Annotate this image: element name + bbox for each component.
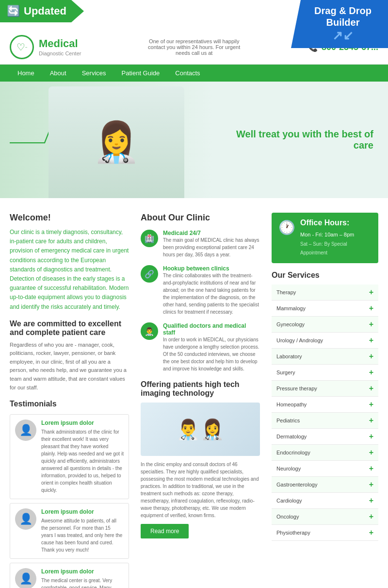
logo-text: Medical Diagnostic Center: [39, 37, 81, 57]
service-name: Pediatrics: [276, 418, 300, 423]
service-expand-icon: +: [369, 496, 373, 505]
welcome-intro: Our clinic is a timely diagnosis, consul…: [10, 228, 129, 312]
hero-tagline: Well treat you with the best of care: [218, 129, 373, 151]
service-item[interactable]: Dermatology+: [272, 429, 378, 445]
nav-about[interactable]: About: [42, 65, 74, 82]
service-item[interactable]: Homeopathy+: [272, 397, 378, 413]
service-name: Gastroenterology: [276, 482, 317, 487]
sync-icon: 🔄: [7, 5, 20, 17]
feature-text-1: The main goal of MEDICAL clinic has alwa…: [163, 236, 260, 258]
dnd-label: Drag & DropBuilder: [314, 5, 372, 28]
testimonial-text-2: Awesome attitude to patients, of all the…: [41, 517, 124, 554]
feature-title-3: Qualified doctors and medical staff: [163, 322, 260, 336]
service-expand-icon: +: [369, 336, 373, 345]
nav-patient-guide[interactable]: Patient Guide: [114, 65, 168, 82]
service-name: Pressure therapy: [276, 386, 317, 391]
office-hours-content: Office Hours: Mon - Fri: 10am – 8pm Sat …: [300, 218, 372, 257]
testimonial-name-3: Lorem ipsum dolor: [41, 568, 124, 575]
service-item[interactable]: Oncology+: [272, 509, 378, 525]
avatar-3: 👤: [15, 568, 36, 588]
testimonial-content-1: Lorem ipsum dolor Thank administrators o…: [41, 420, 124, 494]
testimonial-name-2: Lorem ipsum dolor: [41, 508, 124, 515]
hero-section: 👩‍⚕️ Well treat you with the best of car…: [0, 82, 388, 198]
testimonial-text-3: The medical center is great. Very comfor…: [41, 577, 124, 588]
testimonial-text-1: Thank administrators of the clinic for t…: [41, 428, 124, 494]
testimonial-content-2: Lorem ipsum dolor Awesome attitude to pa…: [41, 508, 124, 554]
feature-1: 🏥 Medicaid 24/7 The main goal of MEDICAL…: [141, 230, 260, 258]
doctor-placeholder: 👩‍⚕️: [48, 86, 184, 198]
service-name: Homeopathy: [276, 402, 307, 407]
avatar-2: 👤: [15, 508, 36, 530]
right-column: 🕐 Office Hours: Mon - Fri: 10am – 8pm Sa…: [272, 213, 378, 588]
nav-services[interactable]: Services: [74, 65, 114, 82]
testimonial-item: 👤 Lorem ipsum dolor Thank administrators…: [10, 414, 129, 499]
feature-3: 👨‍⚕️ Qualified doctors and medical staff…: [141, 322, 260, 372]
service-expand-icon: +: [369, 368, 373, 377]
office-hours-weekend: Sat – Sun: By Special Appointment: [300, 239, 372, 257]
service-item[interactable]: Therapy+: [272, 285, 378, 301]
service-item[interactable]: Neurology+: [272, 461, 378, 477]
service-name: Urology / Andrology: [276, 337, 323, 343]
imaging-section: Offering patients high tech imaging tech…: [141, 380, 260, 538]
service-name: Mammalogy: [276, 305, 306, 311]
service-item[interactable]: Mammalogy+: [272, 301, 378, 317]
feature-icon-1: 🏥: [141, 230, 158, 247]
service-item[interactable]: Endocrinology+: [272, 445, 378, 461]
logo-title: Medical: [39, 37, 81, 50]
updated-badge: 🔄 Updated: [0, 0, 84, 22]
read-more-button[interactable]: Read more: [141, 524, 189, 538]
service-expand-icon: +: [369, 512, 373, 521]
testimonials-title: Testimonials: [10, 400, 129, 408]
service-name: Cardiology: [276, 498, 302, 504]
service-expand-icon: +: [369, 352, 373, 361]
service-item[interactable]: Gastroenterology+: [272, 477, 378, 493]
logo-area: ♡~ Medical Diagnostic Center: [10, 35, 81, 59]
about-clinic-title: About Our Clinic: [141, 213, 260, 223]
service-item[interactable]: Surgery+: [272, 365, 378, 381]
imaging-title: Offering patients high tech imaging tech…: [141, 380, 260, 398]
service-item[interactable]: Cardiology+: [272, 493, 378, 509]
commitment-title: We are committed to excellent and comple…: [10, 319, 129, 337]
dnd-badge: Drag & DropBuilder ↗↙: [291, 0, 388, 48]
service-item[interactable]: Physiotherapy+: [272, 525, 378, 541]
testimonials-section: Testimonials 👤 Lorem ipsum dolor Thank a…: [10, 400, 129, 588]
feature-title-1: Medicaid 24/7: [163, 230, 260, 236]
commitment-text: Regardless of who you are - manager, coo…: [10, 341, 129, 392]
office-hours-weekday: Mon - Fri: 10am – 8pm: [300, 230, 372, 239]
service-item[interactable]: Pediatrics+: [272, 413, 378, 429]
service-expand-icon: +: [369, 384, 373, 393]
feature-text-3: In order to work in MEDICAL, our physici…: [163, 336, 260, 372]
service-item[interactable]: Urology / Andrology+: [272, 333, 378, 349]
testimonial-item-3: 👤 Lorem ipsum dolor The medical center i…: [10, 563, 129, 588]
service-name: Dermatology: [276, 434, 307, 439]
feature-content-3: Qualified doctors and medical staff In o…: [163, 322, 260, 372]
logo-icon: ♡~: [10, 35, 34, 59]
nav-home[interactable]: Home: [10, 65, 42, 82]
feature-text-2: The clinic collaborates with the treatme…: [163, 272, 260, 316]
service-expand-icon: +: [369, 288, 373, 297]
main-nav: Home About Services Patient Guide Contac…: [0, 65, 388, 82]
header-contact-text: One of our representatives will happily …: [141, 38, 247, 56]
feature-content-1: Medicaid 24/7 The main goal of MEDICAL c…: [163, 230, 260, 258]
testimonial-content-3: Lorem ipsum dolor The medical center is …: [41, 568, 124, 588]
commitment-section: We are committed to excellent and comple…: [10, 319, 129, 392]
service-expand-icon: +: [369, 304, 373, 313]
service-name: Endocrinology: [276, 450, 310, 455]
service-expand-icon: +: [369, 320, 373, 329]
office-hours-box: 🕐 Office Hours: Mon - Fri: 10am – 8pm Sa…: [272, 213, 378, 263]
service-item[interactable]: Gynecology+: [272, 317, 378, 333]
service-name: Gynecology: [276, 321, 305, 327]
arrow-icon: ↗↙: [306, 28, 380, 43]
main-content: Welcome! Our clinic is a timely diagnosi…: [0, 198, 388, 588]
service-name: Surgery: [276, 370, 295, 375]
welcome-title: Welcome!: [10, 213, 129, 223]
service-item[interactable]: Pressure therapy+: [272, 381, 378, 397]
nav-contacts[interactable]: Contacts: [167, 65, 208, 82]
feature-icon-2: 🔗: [141, 265, 158, 283]
service-expand-icon: +: [369, 464, 373, 473]
updated-label: Updated: [24, 5, 66, 17]
imaging-photo: 👨‍⚕️👩‍⚕️: [141, 403, 260, 456]
service-expand-icon: +: [369, 432, 373, 441]
service-item[interactable]: Laboratory+: [272, 349, 378, 365]
service-expand-icon: +: [369, 416, 373, 425]
